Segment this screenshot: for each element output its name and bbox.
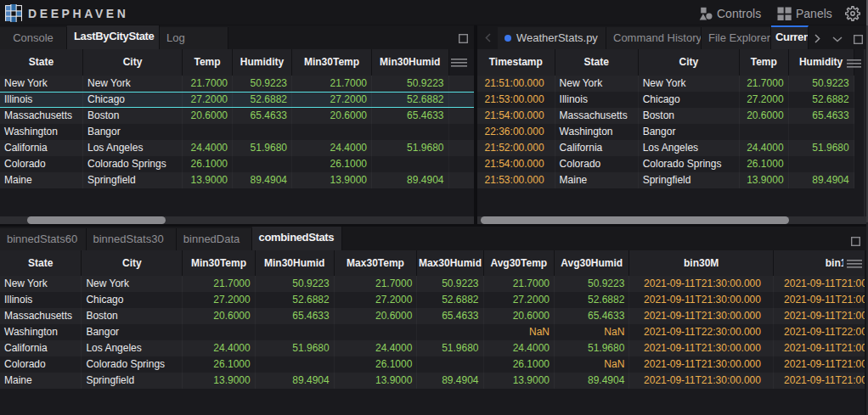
table-cell[interactable]: 21:54:00.000 — [477, 108, 555, 124]
table-cell[interactable]: 27.2000 — [484, 292, 555, 308]
table-cell[interactable]: 2021-09-11T21:00:00.000 — [774, 308, 865, 324]
table-cell[interactable]: Washington — [555, 124, 639, 140]
table-cell[interactable]: 20.6000 — [484, 308, 555, 324]
table-cell[interactable]: 26.1000 — [183, 156, 233, 172]
right-hscrollbar-track[interactable] — [477, 216, 868, 224]
table-cell[interactable]: 51.9680 — [555, 340, 629, 356]
tab-combinedstats[interactable]: combinedStats — [252, 227, 343, 250]
table-cell[interactable]: NaN — [484, 324, 555, 340]
controls-button[interactable]: Controls — [699, 0, 761, 25]
table-cell[interactable]: Washington — [0, 324, 82, 340]
table-cell[interactable]: 50.9223 — [233, 76, 292, 92]
maximize-icon[interactable] — [851, 237, 860, 246]
table-cell[interactable] — [233, 124, 292, 140]
table-cell[interactable]: 50.9223 — [555, 276, 629, 292]
table-cell[interactable] — [233, 156, 292, 172]
table-cell[interactable]: 2021-09-11T21:00:00.000 — [774, 340, 865, 356]
table-cell[interactable]: 20.6000 — [183, 108, 233, 124]
column-header-min30temp[interactable]: Min30Temp — [183, 250, 255, 276]
table-cell[interactable]: 50.9223 — [417, 276, 483, 292]
left-hscrollbar-track[interactable] — [0, 216, 474, 224]
tab-lastbycitystate[interactable]: LastByCityState — [67, 25, 160, 49]
table-cell[interactable]: 13.9000 — [292, 172, 372, 188]
table-cell[interactable]: 26.1000 — [183, 356, 255, 373]
table-cell[interactable] — [417, 356, 483, 373]
table-cell[interactable]: 26.1000 — [292, 156, 372, 172]
table-cell[interactable]: 52.6882 — [555, 292, 629, 308]
table-row[interactable]: 21:51:00.000New YorkNew York21.700050.92… — [477, 76, 854, 92]
table-cell[interactable]: 50.9223 — [789, 76, 854, 92]
table-cell[interactable]: 13.9000 — [484, 373, 555, 389]
table-cell[interactable] — [789, 156, 854, 172]
table-cell[interactable]: 89.4904 — [555, 373, 629, 389]
table-cell[interactable]: Bangor — [639, 124, 740, 140]
table-cell[interactable]: 89.4904 — [233, 172, 292, 188]
table-cell[interactable]: Springfield — [83, 172, 183, 188]
table-row[interactable]: 21:53:00.000MaineSpringfield13.900089.49… — [477, 172, 854, 188]
table-cell[interactable]: Colorado Springs — [639, 156, 740, 172]
table-cell[interactable]: 20.6000 — [292, 108, 372, 124]
column-header-min30humid[interactable]: Min30Humid — [256, 250, 335, 276]
table-cell[interactable]: Maine — [0, 172, 83, 188]
table-cell[interactable]: 27.2000 — [183, 292, 255, 308]
table-cell[interactable]: 2021-09-11T22:00:00.000 — [774, 324, 865, 340]
table-cell[interactable]: 52.6882 — [372, 93, 449, 107]
table-cell[interactable]: Boston — [83, 108, 183, 124]
table-cell[interactable] — [256, 324, 335, 340]
table-cell[interactable]: 2021-09-11T21:00:00.000 — [774, 276, 865, 292]
table-cell[interactable]: 21.7000 — [183, 76, 233, 92]
table-row[interactable]: 22:36:00.000WashingtonBangor — [477, 124, 854, 140]
table-cell[interactable]: 21.7000 — [292, 76, 372, 92]
tab-binneddata[interactable]: binnedData — [177, 228, 252, 251]
table-row[interactable]: MassachusettsBoston20.600065.463320.6000… — [0, 108, 474, 124]
table-row[interactable]: New YorkNew York21.700050.922321.700050.… — [0, 276, 865, 292]
table-cell[interactable]: 65.4633 — [372, 108, 449, 124]
table-cell[interactable]: 52.6882 — [417, 292, 483, 308]
table-cell[interactable]: Boston — [82, 308, 183, 324]
table-cell[interactable]: 21:51:00.000 — [477, 76, 555, 92]
table-cell[interactable]: 20.6000 — [335, 308, 418, 324]
table-row[interactable]: WashingtonBangorNaNNaN2021-09-11T22:30:0… — [0, 324, 865, 340]
table-cell[interactable]: 65.4633 — [555, 308, 629, 324]
table-row[interactable]: IllinoisChicago27.200052.688227.200052.6… — [0, 292, 865, 308]
table-cell[interactable]: 51.9680 — [789, 140, 854, 156]
table-cell[interactable]: 27.2000 — [183, 93, 233, 107]
column-header-temp[interactable]: Temp — [740, 49, 789, 76]
table-cell[interactable]: California — [555, 140, 639, 156]
maximize-icon[interactable] — [854, 35, 863, 44]
table-cell[interactable] — [292, 124, 372, 140]
table-cell[interactable]: 89.4904 — [372, 172, 449, 188]
table-cell[interactable]: 13.9000 — [183, 172, 233, 188]
table-row[interactable]: ColoradoColorado Springs26.100026.100026… — [0, 356, 865, 373]
table-cell[interactable]: Chicago — [83, 93, 183, 107]
column-header-state[interactable]: State — [555, 49, 639, 76]
table-cell[interactable]: 13.9000 — [740, 172, 789, 188]
table-cell[interactable]: 27.2000 — [335, 292, 418, 308]
table-row[interactable]: MaineSpringfield13.900089.490413.900089.… — [0, 373, 865, 389]
table-cell[interactable]: 24.4000 — [183, 140, 233, 156]
column-header-min30humid[interactable]: Min30Humid — [372, 49, 449, 76]
tabs-scroll-left-icon[interactable] — [477, 25, 498, 49]
tab-log[interactable]: Log — [160, 27, 228, 50]
table-cell[interactable]: 27.2000 — [292, 93, 372, 107]
column-header-humidity[interactable]: Humidity — [233, 49, 292, 76]
table-cell[interactable]: 21:52:00.000 — [477, 140, 555, 156]
table-row[interactable]: CaliforniaLos Angeles24.400051.968024.40… — [0, 140, 474, 156]
table-cell[interactable]: New York — [555, 76, 639, 92]
column-header-city[interactable]: City — [82, 250, 183, 276]
table-cell[interactable]: Colorado Springs — [83, 156, 183, 172]
table-cell[interactable]: 50.9223 — [372, 76, 449, 92]
column-header-city[interactable]: City — [83, 49, 183, 76]
table-cell[interactable]: 20.6000 — [740, 108, 789, 124]
table-cell[interactable]: 51.9680 — [417, 340, 483, 356]
table-cell[interactable]: 21.7000 — [740, 76, 789, 92]
table-cell[interactable]: 51.9680 — [372, 140, 449, 156]
table-cell[interactable]: 13.9000 — [183, 373, 255, 389]
table-cell[interactable]: 24.4000 — [335, 340, 418, 356]
table-cell[interactable]: 89.4904 — [789, 172, 854, 188]
table-cell[interactable]: Chicago — [639, 92, 740, 108]
table-cell[interactable]: 2021-09-11T21:30:00.000 — [629, 276, 774, 292]
table-cell[interactable]: 22:36:00.000 — [477, 124, 555, 140]
column-header-temp[interactable]: Temp — [183, 49, 233, 76]
table-row[interactable]: CaliforniaLos Angeles24.400051.968024.40… — [0, 340, 865, 356]
